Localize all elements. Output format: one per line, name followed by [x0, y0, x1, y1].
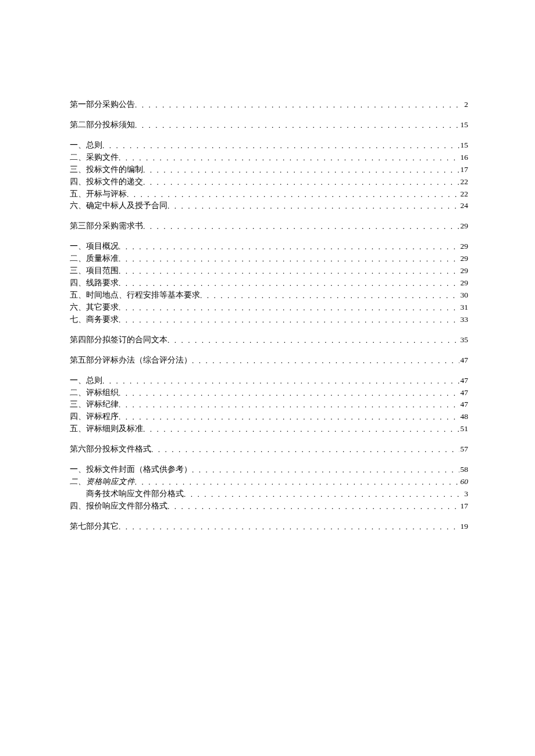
- toc-entry-text: 第五部分评标办法（综合评分法）: [70, 354, 192, 367]
- toc-entry-page: 22: [459, 188, 469, 200]
- toc-entry-page: 60: [459, 476, 469, 488]
- toc-group: 第五部分评标办法（综合评分法）. . . . . . . . . . . . .…: [70, 354, 468, 367]
- toc-entry-page: 15: [459, 139, 469, 152]
- toc-entry-page: 24: [459, 200, 469, 212]
- toc-group: 第二部分投标须知. . . . . . . . . . . . . . . . …: [70, 119, 468, 131]
- toc-entry: 二、资格响应文件. . . . . . . . . . . . . . . . …: [70, 476, 468, 488]
- toc-entry-page: 47: [459, 354, 469, 367]
- toc-entry-leader: . . . . . . . . . . . . . . . . . . . . …: [167, 501, 459, 513]
- toc-entry-leader: . . . . . . . . . . . . . . . . . . . . …: [143, 164, 459, 177]
- toc-entry-page: 3: [463, 488, 468, 500]
- toc-entry-leader: . . . . . . . . . . . . . . . . . . . . …: [119, 278, 459, 290]
- toc-entry-leader: . . . . . . . . . . . . . . . . . . . . …: [119, 411, 459, 424]
- toc-entry-leader: . . . . . . . . . . . . . . . . . . . . …: [119, 253, 459, 266]
- toc-entry: 第一部分采购公告. . . . . . . . . . . . . . . . …: [70, 99, 468, 111]
- toc-entry-text: 一、投标文件封面（格式供参考）: [70, 464, 192, 476]
- toc-entry-leader: . . . . . . . . . . . . . . . . . . . . …: [151, 444, 459, 456]
- toc-entry-text: 第三部分采购需求书: [70, 220, 143, 232]
- toc-entry: 一、项目概况. . . . . . . . . . . . . . . . . …: [70, 241, 468, 253]
- toc-group: 第三部分采购需求书. . . . . . . . . . . . . . . .…: [70, 220, 468, 232]
- toc-entry-text: 七、商务要求: [70, 314, 119, 326]
- toc-entry-leader: . . . . . . . . . . . . . . . . . . . . …: [143, 177, 459, 189]
- toc-entry-page: 35: [459, 334, 469, 346]
- toc-entry-text: 一、项目概况: [70, 241, 119, 253]
- toc-entry-text: 二、采购文件: [70, 152, 119, 164]
- toc-entry-text: 三、评标纪律: [70, 399, 119, 411]
- toc-entry-leader: . . . . . . . . . . . . . . . . . . . . …: [102, 375, 459, 388]
- toc-entry: 一、投标文件封面（格式供参考）. . . . . . . . . . . . .…: [70, 464, 468, 476]
- toc-group: 一、投标文件封面（格式供参考）. . . . . . . . . . . . .…: [70, 464, 468, 513]
- toc-entry-text: 四、评标程序: [70, 411, 119, 423]
- toc-entry-text: 二、质量标准: [70, 253, 119, 265]
- toc-entry-leader: . . . . . . . . . . . . . . . . . . . . …: [119, 521, 459, 533]
- toc-entry-text: 二、评标组织: [70, 387, 119, 399]
- toc-group: 第六部分投标文件格式. . . . . . . . . . . . . . . …: [70, 443, 468, 456]
- toc-entry-leader: . . . . . . . . . . . . . . . . . . . . …: [119, 388, 459, 400]
- toc-entry-leader: . . . . . . . . . . . . . . . . . . . . …: [119, 399, 459, 411]
- toc-entry-leader: . . . . . . . . . . . . . . . . . . . . …: [119, 266, 459, 278]
- toc-entry-text: 五、评标细则及标准: [70, 423, 143, 435]
- toc-entry-leader: . . . . . . . . . . . . . . . . . . . . …: [119, 302, 459, 314]
- toc-entry-leader: . . . . . . . . . . . . . . . . . . . . …: [200, 290, 459, 302]
- toc-entry: 四、报价响应文件部分格式. . . . . . . . . . . . . . …: [70, 500, 468, 513]
- toc-entry: 四、线路要求. . . . . . . . . . . . . . . . . …: [70, 277, 468, 289]
- toc-entry-page: 57: [459, 443, 469, 456]
- toc-entry-text: 六、确定中标人及授予合同: [70, 200, 167, 212]
- toc-entry-text: 第七部分其它: [70, 521, 119, 533]
- toc-entry-leader: . . . . . . . . . . . . . . . . . . . . …: [143, 424, 459, 436]
- toc-entry-leader: . . . . . . . . . . . . . . . . . . . . …: [102, 140, 459, 152]
- toc-entry-text: 四、报价响应文件部分格式: [70, 500, 167, 513]
- toc-entry-leader: . . . . . . . . . . . . . . . . . . . . …: [119, 314, 459, 327]
- toc-entry-page: 51: [459, 423, 469, 435]
- toc-entry-leader: . . . . . . . . . . . . . . . . . . . . …: [143, 221, 459, 233]
- toc-entry-text: 四、线路要求: [70, 277, 119, 289]
- toc-entry: 七、商务要求. . . . . . . . . . . . . . . . . …: [70, 314, 468, 326]
- toc-entry-page: 58: [459, 464, 469, 476]
- toc-entry-leader: . . . . . . . . . . . . . . . . . . . . …: [192, 355, 459, 367]
- toc-entry-text: 二、资格响应文件: [70, 476, 135, 488]
- toc-entry-page: 19: [459, 521, 469, 533]
- toc-entry: 三、项目范围. . . . . . . . . . . . . . . . . …: [70, 265, 468, 277]
- toc-entry-page: 29: [459, 241, 469, 253]
- toc-entry-leader: . . . . . . . . . . . . . . . . . . . . …: [184, 489, 463, 501]
- toc-entry-page: 17: [459, 164, 469, 176]
- toc-entry-page: 47: [459, 375, 469, 387]
- toc-entry-leader: . . . . . . . . . . . . . . . . . . . . …: [127, 189, 459, 201]
- toc-entry-page: 29: [459, 277, 469, 289]
- toc-entry: 二、采购文件. . . . . . . . . . . . . . . . . …: [70, 152, 468, 164]
- toc-group: 一、总则. . . . . . . . . . . . . . . . . . …: [70, 375, 468, 436]
- toc-entry: 一、总则. . . . . . . . . . . . . . . . . . …: [70, 139, 468, 152]
- toc-entry: 第二部分投标须知. . . . . . . . . . . . . . . . …: [70, 119, 468, 131]
- toc-entry: 二、评标组织. . . . . . . . . . . . . . . . . …: [70, 387, 468, 399]
- toc-entry-page: 29: [459, 220, 469, 232]
- toc-entry-text: 三、投标文件的编制: [70, 164, 143, 176]
- toc-entry-text: 第二部分投标须知: [70, 119, 135, 131]
- toc-group: 一、总则. . . . . . . . . . . . . . . . . . …: [70, 139, 468, 213]
- toc-entry-page: 22: [459, 176, 469, 188]
- toc-entry-text: 五、时间地点、行程安排等基本要求: [70, 289, 200, 302]
- toc-entry-page: 47: [459, 399, 469, 411]
- toc-group: 第一部分采购公告. . . . . . . . . . . . . . . . …: [70, 99, 468, 111]
- toc-entry-leader: . . . . . . . . . . . . . . . . . . . . …: [167, 335, 459, 347]
- toc-entry-page: 16: [459, 152, 469, 164]
- toc-entry-text: 一、总则: [70, 139, 102, 152]
- toc-entry: 二、质量标准. . . . . . . . . . . . . . . . . …: [70, 253, 468, 265]
- toc-entry-page: 15: [459, 119, 469, 131]
- toc-entry: 第七部分其它. . . . . . . . . . . . . . . . . …: [70, 521, 468, 533]
- toc-entry-leader: . . . . . . . . . . . . . . . . . . . . …: [135, 99, 463, 112]
- toc-entry: 六、其它要求. . . . . . . . . . . . . . . . . …: [70, 302, 468, 314]
- toc-entry-text: 商务技术响应文件部分格式: [70, 488, 184, 500]
- toc-entry: 四、评标程序. . . . . . . . . . . . . . . . . …: [70, 411, 468, 423]
- toc-entry: 六、确定中标人及授予合同. . . . . . . . . . . . . . …: [70, 200, 468, 212]
- toc-entry-leader: . . . . . . . . . . . . . . . . . . . . …: [119, 241, 459, 253]
- toc-entry-text: 第四部分拟签订的合同文本: [70, 334, 167, 346]
- toc-entry-leader: . . . . . . . . . . . . . . . . . . . . …: [135, 120, 459, 132]
- toc-entry-page: 29: [459, 253, 469, 265]
- toc-entry-page: 31: [459, 302, 469, 314]
- toc-entry: 五、评标细则及标准. . . . . . . . . . . . . . . .…: [70, 423, 468, 435]
- toc-group: 一、项目概况. . . . . . . . . . . . . . . . . …: [70, 241, 468, 325]
- toc-entry-leader: . . . . . . . . . . . . . . . . . . . . …: [167, 200, 459, 213]
- toc-entry-page: 2: [463, 99, 468, 111]
- toc-entry-page: 47: [459, 387, 469, 399]
- toc-entry-text: 第一部分采购公告: [70, 99, 135, 111]
